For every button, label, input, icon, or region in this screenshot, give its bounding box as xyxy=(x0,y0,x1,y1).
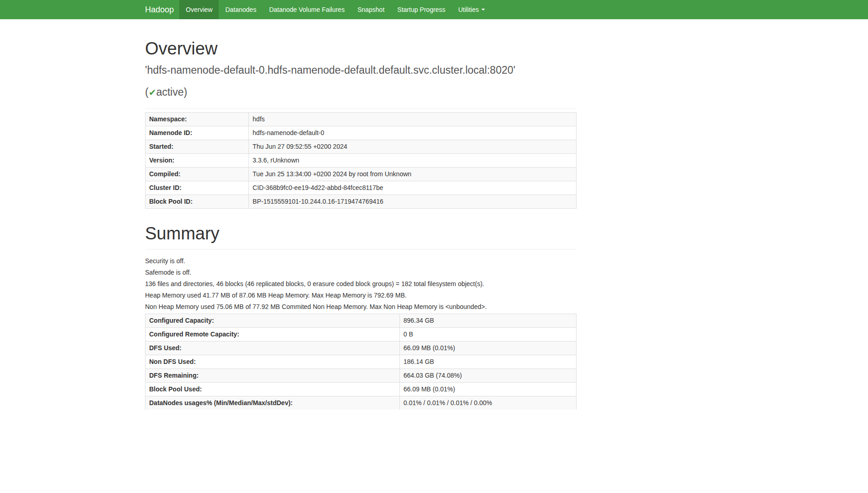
table-row: DataNodes usages% (Min/Median/Max/stdDev… xyxy=(146,396,577,410)
browser-viewport: Hadoop Overview Datanodes Datanode Volum… xyxy=(0,0,868,410)
summary-table: Configured Capacity: 896.34 GB Configure… xyxy=(145,314,577,410)
row-label: Block Pool Used: xyxy=(146,383,400,396)
row-value: 66.09 MB (0.01%) xyxy=(399,341,576,355)
row-label: DFS Remaining: xyxy=(146,369,400,383)
caret-down-icon xyxy=(481,9,485,11)
row-label: DFS Used: xyxy=(146,341,400,355)
nav-tab-snapshot-label: Snapshot xyxy=(357,6,384,13)
status-paren-open: ( xyxy=(145,86,149,98)
navbar-container: Hadoop Overview Datanodes Datanode Volum… xyxy=(145,0,577,19)
table-row: Non DFS Used: 186.14 GB xyxy=(146,355,577,369)
nav-tab-datanode-volume-failures[interactable]: Datanode Volume Failures xyxy=(263,0,351,19)
nav-tab-overview-label: Overview xyxy=(186,6,212,13)
row-label: Namenode ID: xyxy=(146,126,249,140)
nav-dropdown-utilities-label: Utilities xyxy=(458,6,479,13)
top-navbar: Hadoop Overview Datanodes Datanode Volum… xyxy=(0,0,868,19)
row-value: CID-368b9fc0-ee19-4d22-abbd-84fcec8117be xyxy=(249,181,577,195)
row-label: Block Pool ID: xyxy=(146,195,249,209)
safemode-status-text: Safemode is off. xyxy=(145,268,577,277)
row-value: 664.03 GB (74.08%) xyxy=(399,369,576,383)
nav-tab-datanode-volume-failures-label: Datanode Volume Failures xyxy=(269,6,345,13)
navbar-menu: Overview Datanodes Datanode Volume Failu… xyxy=(179,0,491,19)
table-row: Configured Remote Capacity: 0 B xyxy=(146,328,577,341)
nav-tab-startup-progress[interactable]: Startup Progress xyxy=(391,0,452,19)
table-row: Block Pool Used: 66.09 MB (0.01%) xyxy=(146,383,577,396)
nav-tab-snapshot[interactable]: Snapshot xyxy=(351,0,391,19)
row-label: Non DFS Used: xyxy=(146,355,400,369)
page-title-text: Overview xyxy=(145,39,217,58)
table-row: Compiled: Tue Jun 25 13:34:00 +0200 2024… xyxy=(146,168,577,181)
row-label: Configured Remote Capacity: xyxy=(146,328,400,341)
summary-title: Summary xyxy=(145,224,577,244)
nav-tab-datanodes[interactable]: Datanodes xyxy=(219,0,263,19)
table-row: Cluster ID: CID-368b9fc0-ee19-4d22-abbd-… xyxy=(146,181,577,195)
row-value: Tue Jun 25 13:34:00 +0200 2024 by root f… xyxy=(249,168,577,181)
summary-divider xyxy=(145,249,577,249)
main-content: Overview 'hdfs-namenode-default-0.hdfs-n… xyxy=(145,19,577,410)
table-row: DFS Used: 66.09 MB (0.01%) xyxy=(146,341,577,355)
row-value: 186.14 GB xyxy=(399,355,576,369)
row-label: Compiled: xyxy=(146,168,249,181)
table-row: Started: Thu Jun 27 09:52:55 +0200 2024 xyxy=(146,140,577,154)
namenode-status: (✔active) xyxy=(145,81,577,100)
nav-tab-overview[interactable]: Overview xyxy=(179,0,219,19)
row-value: 0 B xyxy=(399,328,576,341)
row-label: Started: xyxy=(146,140,249,154)
row-value: 66.09 MB (0.01%) xyxy=(399,383,576,396)
table-row: Configured Capacity: 896.34 GB xyxy=(146,314,577,328)
row-value: BP-1515559101-10.244.0.16-1719474769416 xyxy=(249,195,577,209)
row-value: hdfs xyxy=(249,113,577,126)
page-header: Overview 'hdfs-namenode-default-0.hdfs-n… xyxy=(145,39,577,109)
table-row: Version: 3.3.6, rUnknown xyxy=(146,154,577,168)
row-value: hdfs-namenode-default-0 xyxy=(249,126,577,140)
table-row: Namespace: hdfs xyxy=(146,113,577,126)
table-row: DFS Remaining: 664.03 GB (74.08%) xyxy=(146,369,577,383)
page-title: Overview 'hdfs-namenode-default-0.hdfs-n… xyxy=(145,39,577,99)
row-label: Version: xyxy=(146,154,249,168)
nav-tab-datanodes-label: Datanodes xyxy=(225,6,256,13)
row-label: Cluster ID: xyxy=(146,181,249,195)
namenode-address: 'hdfs-namenode-default-0.hdfs-namenode-d… xyxy=(145,64,515,76)
row-value: 896.34 GB xyxy=(399,314,576,328)
row-label: DataNodes usages% (Min/Median/Max/stdDev… xyxy=(146,396,400,410)
row-value: Thu Jun 27 09:52:55 +0200 2024 xyxy=(249,140,577,154)
row-label: Configured Capacity: xyxy=(146,314,400,328)
status-text: active) xyxy=(156,86,187,98)
hadoop-brand-link[interactable]: Hadoop xyxy=(145,0,174,19)
table-row: Namenode ID: hdfs-namenode-default-0 xyxy=(146,126,577,140)
row-value: 3.3.6, rUnknown xyxy=(249,154,577,168)
namenode-info-table: Namespace: hdfs Namenode ID: hdfs-nameno… xyxy=(145,112,577,209)
row-value: 0.01% / 0.01% / 0.01% / 0.00% xyxy=(399,396,576,410)
table-row: Block Pool ID: BP-1515559101-10.244.0.16… xyxy=(146,195,577,209)
nav-dropdown-utilities[interactable]: Utilities xyxy=(452,0,491,19)
heap-memory-text: Heap Memory used 41.77 MB of 87.06 MB He… xyxy=(145,291,577,300)
row-label: Namespace: xyxy=(146,113,249,126)
check-icon: ✔ xyxy=(149,87,156,98)
security-status-text: Security is off. xyxy=(145,256,577,265)
nav-tab-startup-progress-label: Startup Progress xyxy=(397,6,445,13)
filesystem-objects-text: 136 files and directories, 46 blocks (46… xyxy=(145,279,577,288)
non-heap-memory-text: Non Heap Memory used 75.06 MB of 77.92 M… xyxy=(145,302,577,311)
